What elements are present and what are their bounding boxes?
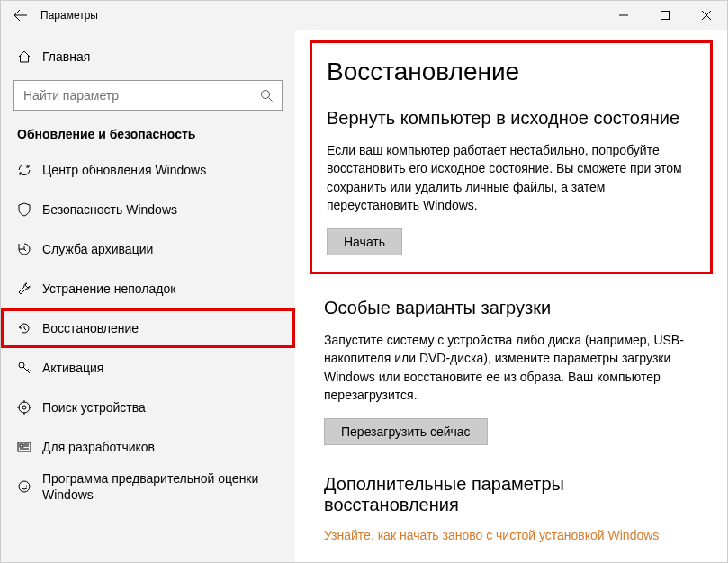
key-icon (17, 361, 31, 375)
svg-point-9 (26, 486, 27, 487)
fresh-start-link[interactable]: Узнайте, как начать заново с чистой уста… (324, 528, 659, 542)
titlebar: Параметры (1, 1, 727, 30)
highlighted-region: Восстановление Вернуть компьютер в исход… (310, 40, 713, 274)
shield-icon (17, 202, 31, 217)
sidebar-item-recovery[interactable]: Восстановление (1, 308, 295, 348)
sidebar-item-security[interactable]: Безопасность Windows (1, 190, 295, 229)
sidebar-item-find-device[interactable]: Поиск устройства (1, 388, 295, 427)
advanced-startup-heading: Особые варианты загрузки (324, 298, 698, 318)
arrow-left-icon (13, 8, 28, 22)
more-recovery-section: Дополнительные параметры восстановления … (324, 474, 698, 542)
home-label: Главная (42, 49, 90, 64)
svg-point-4 (22, 406, 26, 409)
home-icon (17, 49, 31, 64)
location-icon (17, 400, 31, 415)
wrench-icon (17, 282, 31, 296)
sidebar-item-backup[interactable]: Служба архивации (1, 229, 295, 269)
sidebar-item-label: Активация (42, 360, 103, 376)
main-content: Восстановление Вернуть компьютер в исход… (295, 30, 727, 562)
maximize-icon (661, 11, 670, 20)
home-link[interactable]: Главная (1, 39, 295, 75)
sidebar-item-update[interactable]: Центр обновления Windows (1, 150, 295, 190)
close-button[interactable] (686, 1, 727, 30)
backup-icon (17, 242, 31, 256)
reset-description: Если ваш компьютер работает нестабильно,… (327, 141, 696, 214)
svg-point-1 (261, 90, 269, 98)
search-input[interactable] (14, 88, 251, 103)
sidebar-item-insider[interactable]: Программа предварительной оценки Windows (1, 467, 295, 506)
restart-now-button[interactable]: Перезагрузить сейчас (324, 418, 488, 445)
sidebar-item-label: Служба архивации (42, 241, 153, 257)
svg-rect-0 (661, 12, 670, 20)
sidebar-item-label: Восстановление (42, 320, 139, 336)
sync-icon (17, 163, 31, 177)
maximize-button[interactable] (644, 1, 686, 30)
sidebar: Главная Обновление и безопасность Центр … (1, 30, 295, 562)
reset-start-button[interactable]: Начать (327, 228, 402, 255)
advanced-startup-section: Особые варианты загрузки Запустите систе… (324, 298, 698, 445)
sidebar-item-troubleshoot[interactable]: Устранение неполадок (1, 269, 295, 308)
sidebar-item-label: Устранение неполадок (42, 281, 175, 297)
more-recovery-heading: Дополнительные параметры восстановления (324, 474, 698, 515)
minimize-button[interactable] (603, 1, 644, 30)
sidebar-item-activation[interactable]: Активация (1, 348, 295, 388)
svg-rect-6 (20, 444, 23, 447)
sidebar-item-developers[interactable]: Для разработчиков (1, 427, 295, 467)
search-box[interactable] (13, 80, 283, 111)
reset-section: Вернуть компьютер в исходное состояние Е… (327, 108, 696, 255)
sidebar-item-label: Программа предварительной оценки Windows (42, 470, 281, 503)
window-title: Параметры (40, 9, 98, 22)
sidebar-section-title: Обновление и безопасность (1, 123, 295, 150)
back-button[interactable] (1, 1, 40, 30)
developer-icon (17, 440, 31, 454)
history-icon (17, 321, 31, 335)
svg-point-3 (19, 402, 30, 413)
search-icon (251, 89, 282, 103)
advanced-startup-description: Запустите систему с устройства либо диск… (324, 331, 698, 404)
svg-point-8 (22, 486, 22, 487)
sidebar-item-label: Безопасность Windows (42, 201, 177, 218)
sidebar-item-label: Центр обновления Windows (42, 162, 206, 178)
close-icon (702, 11, 711, 20)
sidebar-item-label: Поиск устройства (42, 399, 146, 416)
insider-icon (17, 479, 31, 494)
sidebar-item-label: Для разработчиков (42, 439, 155, 455)
reset-heading: Вернуть компьютер в исходное состояние (327, 108, 696, 129)
minimize-icon (619, 11, 628, 20)
svg-point-7 (19, 481, 30, 492)
page-title: Восстановление (327, 58, 696, 86)
